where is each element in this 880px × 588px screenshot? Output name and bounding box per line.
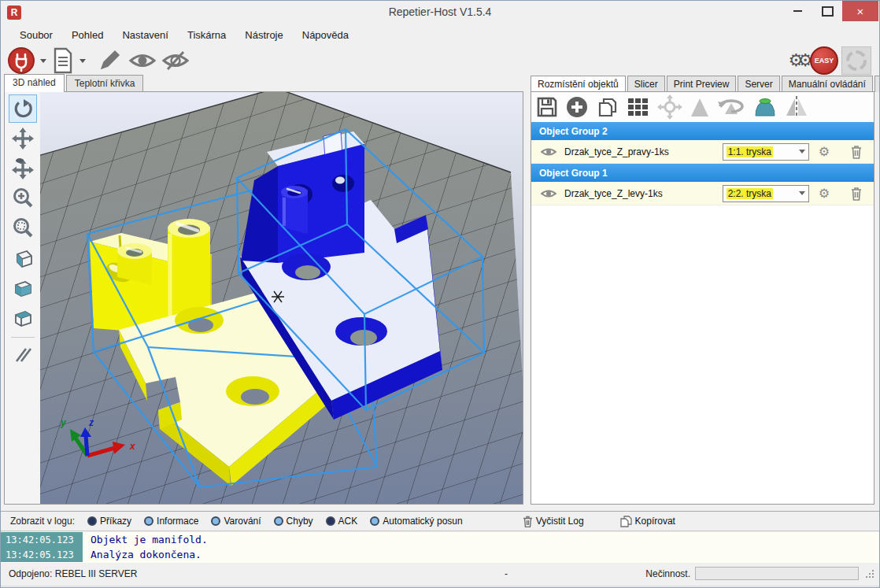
menu-bar: Soubor Pohled Nastavení Tiskárna Nástroj…: [1, 24, 879, 45]
object-group-header[interactable]: Object Group 2: [531, 122, 874, 140]
tab-manualni-ovladani[interactable]: Manuální ovládání: [782, 76, 873, 92]
axis-z-label: z: [88, 417, 94, 428]
object-name: Drzak_tyce_Z_levy-1ks: [564, 188, 723, 199]
status-center: -: [505, 568, 508, 579]
menu-soubor[interactable]: Soubor: [10, 26, 62, 44]
axis-x-label: x: [129, 441, 136, 452]
title-bar: R Repetier-Host V1.5.4 ×: [1, 1, 879, 24]
save-icon[interactable]: [536, 96, 558, 118]
move-object-icon[interactable]: [9, 154, 37, 183]
isometric-view-icon[interactable]: [9, 244, 37, 272]
menu-pohled[interactable]: Pohled: [62, 26, 113, 44]
trash-icon: [523, 516, 533, 527]
tab-slicer[interactable]: Slicer: [627, 76, 665, 92]
chevron-down-icon: [799, 191, 805, 195]
connection-status: Odpojeno: REBEL III SERVER: [9, 568, 137, 579]
toggle-chyby[interactable]: Chyby: [274, 516, 313, 527]
load-dropdown-caret[interactable]: [79, 59, 86, 63]
visibility-eye-icon[interactable]: [541, 188, 556, 199]
toggle-ack[interactable]: ACK: [326, 516, 358, 527]
object-settings-gear-icon[interactable]: ⚙: [819, 186, 830, 201]
toggle-dot: [211, 516, 220, 526]
easy-mode-button[interactable]: EASY: [810, 46, 838, 75]
visibility-eye-icon[interactable]: [541, 146, 556, 157]
tab-3d-nahled[interactable]: 3D náhled: [4, 74, 65, 92]
tab-rozmisteni-objektu[interactable]: Rozmístění objektů: [531, 76, 626, 92]
object-settings-gear-icon[interactable]: ⚙: [819, 144, 830, 159]
toggle-dot: [370, 516, 379, 526]
rotate-object-icon: [717, 95, 745, 119]
minimize-button[interactable]: [782, 1, 812, 21]
axis-y-label: y: [60, 417, 67, 428]
toggle-informace[interactable]: Informace: [144, 516, 198, 527]
right-panel-tabs: Rozmístění objektů Slicer Print Preview …: [531, 76, 880, 92]
delete-object-trash-icon[interactable]: [850, 187, 863, 201]
clear-log-button[interactable]: Vyčistit Log: [523, 516, 584, 527]
log-entry: 13:42:05.123 Analýza dokončena.: [1, 547, 879, 562]
print-bed-3d-view[interactable]: x y z: [40, 92, 523, 504]
parallel-projection-icon[interactable]: [9, 341, 37, 369]
tab-sd-karta[interactable]: SD karta: [874, 76, 880, 92]
printer-activity-status: Nečinnost.: [645, 568, 690, 579]
resize-grip[interactable]: [865, 569, 874, 579]
chevron-down-icon: [799, 150, 805, 153]
connect-dropdown-caret[interactable]: [40, 59, 46, 63]
log-timestamp: 13:42:05.123: [1, 547, 83, 562]
copy-icon: [620, 516, 632, 527]
tab-server[interactable]: Server: [738, 76, 779, 92]
view-tool-strip: [5, 92, 40, 504]
printer-settings-icon[interactable]: ⚙⚙: [789, 49, 807, 72]
log-entry: 13:42:05.123 Objekt je manifold.: [1, 532, 879, 547]
toggle-dot: [144, 516, 153, 526]
object-row[interactable]: Drzak_tyce_Z_pravy-1ks 1:1. tryska ⚙: [531, 140, 874, 164]
log-message: Objekt je manifold.: [83, 534, 208, 545]
load-file-icon[interactable]: [51, 47, 75, 74]
log-message: Analýza dokončena.: [83, 549, 202, 560]
toggle-dot: [326, 516, 335, 526]
object-row[interactable]: Drzak_tyce_Z_levy-1ks 2:2. tryska ⚙: [531, 182, 874, 205]
object-group-header[interactable]: Object Group 1: [531, 164, 874, 182]
hide-travel-eye-icon[interactable]: [161, 49, 190, 72]
fit-view-icon[interactable]: [9, 214, 37, 242]
connect-icon[interactable]: [7, 46, 35, 75]
extruder-select[interactable]: 1:1. tryska: [723, 143, 809, 161]
log-output[interactable]: 13:42:05.123 Objekt je manifold. 13:42:0…: [1, 532, 879, 564]
edit-pencil-icon[interactable]: [97, 48, 122, 73]
main-toolbar: ⚙⚙ EASY: [1, 45, 879, 75]
copy-log-button[interactable]: Kopírovat: [620, 516, 675, 527]
front-view-icon[interactable]: [9, 274, 37, 302]
emergency-stop-icon: [841, 46, 871, 75]
close-button[interactable]: ×: [842, 1, 878, 21]
top-view-icon[interactable]: [9, 304, 37, 332]
menu-nastaveni[interactable]: Nastavení: [113, 26, 178, 44]
extruder-select[interactable]: 2:2. tryska: [723, 185, 809, 202]
show-filament-eye-icon[interactable]: [128, 49, 157, 72]
copy-object-icon[interactable]: [596, 95, 619, 119]
tab-teplotni-krivka[interactable]: Teplotní křivka: [66, 75, 144, 92]
progress-bar: [695, 567, 859, 580]
toggle-varovani[interactable]: Varování: [211, 516, 261, 527]
viewport-frame: x y z: [4, 91, 523, 505]
toggle-automaticky-posun[interactable]: Automatický posun: [370, 516, 462, 527]
repetier-host-window: { "window": {"title": "Repetier-Host V1.…: [0, 0, 880, 588]
autoposition-icon[interactable]: [627, 95, 650, 119]
window-title: Repetier-Host V1.5.4: [1, 6, 879, 18]
toggle-prikazy[interactable]: Příkazy: [87, 516, 131, 527]
object-placement-panel: Object Group 2 Drzak_tyce_Z_pravy-1ks 1:…: [531, 91, 874, 505]
object-panel-toolbar: [531, 92, 874, 122]
delete-object-trash-icon[interactable]: [850, 145, 863, 159]
menu-nastroje[interactable]: Nástroje: [235, 26, 292, 44]
zoom-in-icon[interactable]: [9, 184, 37, 213]
menu-napoveda[interactable]: Nápověda: [293, 26, 358, 44]
move-view-icon[interactable]: [9, 124, 37, 153]
maximize-button[interactable]: [812, 1, 842, 21]
mirror-object-icon: [785, 95, 808, 119]
add-object-icon[interactable]: [565, 95, 589, 119]
status-bar: Odpojeno: REBEL III SERVER - Nečinnost.: [1, 563, 879, 586]
rotate-view-icon[interactable]: [9, 94, 37, 123]
center-object-icon: [657, 94, 682, 120]
tab-print-preview[interactable]: Print Preview: [667, 76, 737, 92]
menu-tiskarna[interactable]: Tiskárna: [178, 26, 235, 44]
log-timestamp: 13:42:05.123: [1, 532, 83, 547]
cut-object-icon[interactable]: [752, 96, 778, 118]
